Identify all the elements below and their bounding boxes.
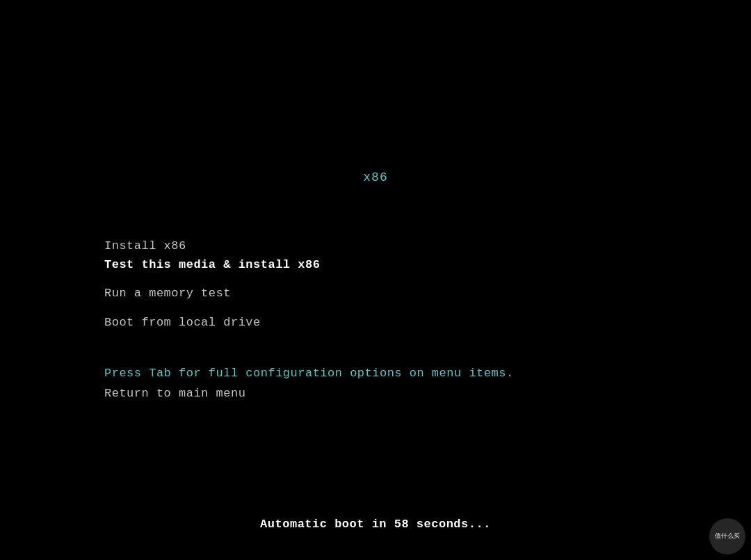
- hint-area: Press Tab for full configuration options…: [104, 364, 514, 404]
- menu-spacer-2: [104, 303, 320, 313]
- hint-tab-config: Press Tab for full configuration options…: [104, 364, 514, 384]
- menu-item-boot-local[interactable]: Boot from local drive: [104, 313, 320, 332]
- boot-countdown-text: Automatic boot in 58 seconds...: [260, 518, 491, 531]
- hint-return-main[interactable]: Return to main menu: [104, 384, 514, 404]
- menu-item-install[interactable]: Install x86: [104, 237, 320, 255]
- menu-item-test-install[interactable]: Test this media & install x86: [104, 255, 320, 274]
- watermark-badge: 值什么买: [709, 518, 745, 554]
- watermark-text: 值什么买: [715, 532, 740, 541]
- menu-area[interactable]: Install x86 Test this media & install x8…: [104, 237, 320, 332]
- boot-countdown-area: Automatic boot in 58 seconds...: [260, 518, 491, 531]
- menu-spacer-1: [104, 274, 320, 284]
- os-title: x86: [363, 170, 387, 184]
- title-area: x86: [363, 170, 387, 184]
- menu-item-memory-test[interactable]: Run a memory test: [104, 284, 320, 303]
- boot-screen: x86 Install x86 Test this media & instal…: [0, 0, 751, 560]
